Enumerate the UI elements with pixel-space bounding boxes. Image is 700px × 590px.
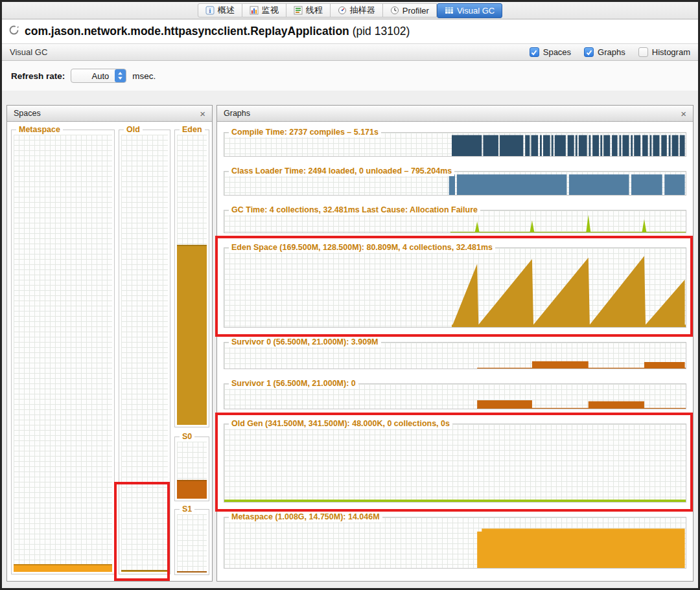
compile-time-graph: Compile Time: 2737 compiles – 5.171s [224, 132, 686, 157]
eden-space-column: Eden [174, 130, 209, 427]
tab-sampler[interactable]: 抽样器 [331, 3, 383, 17]
tab-label: 概述 [218, 5, 235, 16]
graphs-panel: Graphs × Compile Time: 2737 compiles – 5… [216, 105, 694, 582]
sampler-icon [338, 6, 347, 15]
visualgc-toolbar-label: Visual GC [10, 47, 47, 57]
graph-title: Survivor 1 (56.500M, 21.000M): 0 [229, 379, 358, 389]
graph-title: Eden Space (169.500M, 128.500M): 80.809M… [229, 243, 495, 253]
svg-text:i: i [209, 7, 211, 14]
checkbox-icon [584, 47, 594, 57]
checkbox-label: Histogram [652, 47, 690, 57]
metaspace-space-plot [14, 135, 112, 572]
graph-title: Survivor 0 (56.500M, 21.000M): 3.909M [229, 337, 381, 347]
application-title-bar: com.jason.network.mode.httpasyncclient.R… [2, 19, 698, 43]
metaspace-graph: Metaspace (1.008G, 14.750M): 14.046M [224, 517, 686, 569]
histogram-checkbox[interactable]: Histogram [638, 47, 690, 57]
tab-label: Profiler [402, 6, 429, 16]
tab-label: 抽样器 [350, 5, 375, 16]
graphs-checkbox[interactable]: Graphs [584, 47, 625, 57]
tab-strip: i 概述 监视 线程 抽样器 [198, 3, 502, 18]
visualvm-window: i 概述 监视 线程 抽样器 [2, 2, 698, 588]
tab-bar: i 概述 监视 线程 抽样器 [2, 2, 698, 19]
profiler-icon [390, 6, 399, 15]
tab-monitor[interactable]: 监视 [242, 3, 286, 17]
tab-visual-gc[interactable]: Visual GC [437, 3, 502, 18]
survivor1-space-column: S1 [174, 509, 209, 575]
old-space-plot [121, 135, 168, 572]
space-column-label: Eden [180, 125, 205, 135]
tab-profiler[interactable]: Profiler [383, 3, 437, 17]
old-gen-plot [224, 424, 686, 502]
checkbox-label: Spaces [543, 47, 571, 57]
refresh-rate-select[interactable]: Auto [71, 69, 126, 83]
metaspace-plot-graph [224, 517, 686, 568]
survivor0-graph: Survivor 0 (56.500M, 21.000M): 3.909M [224, 342, 686, 369]
visualgc-toolbar: Visual GC Spaces Graphs Histogram [2, 43, 698, 61]
spaces-panel-title: Spaces [14, 109, 41, 118]
graph-title: Class Loader Time: 2494 loaded, 0 unload… [229, 166, 454, 176]
checkbox-icon [638, 47, 648, 57]
eden-space-plot-graph [224, 248, 686, 327]
old-gen-graph: Old Gen (341.500M, 341.500M): 48.000K, 0… [224, 424, 686, 503]
space-column-label: Old [124, 125, 143, 135]
close-icon[interactable]: × [681, 109, 686, 119]
eden-space-plot [177, 135, 207, 425]
tab-label: 监视 [262, 5, 279, 16]
view-checkbox-group: Spaces Graphs Histogram [530, 47, 690, 57]
graph-title: Compile Time: 2737 compiles – 5.171s [229, 128, 381, 137]
visualgc-icon [445, 6, 454, 15]
space-column-label: Metaspace [16, 125, 63, 135]
checkbox-label: Graphs [598, 47, 625, 57]
gc-time-graph: GC Time: 4 collections, 32.481ms Last Ca… [224, 210, 686, 233]
graphs-panel-header: Graphs × [217, 106, 693, 122]
dropdown-stepper-icon [115, 69, 126, 82]
graph-title: GC Time: 4 collections, 32.481ms Last Ca… [229, 205, 480, 215]
threads-icon [294, 6, 303, 15]
survivor1-graph: Survivor 1 (56.500M, 21.000M): 0 [224, 383, 686, 409]
graph-title: Metaspace (1.008G, 14.750M): 14.046M [229, 512, 382, 522]
app-spinner-icon [8, 25, 19, 38]
page-title: com.jason.network.mode.httpasyncclient.R… [25, 25, 410, 38]
eden-fill-bar [177, 245, 207, 425]
spaces-panel: Spaces × Metaspace Old Eden S0 S1 [6, 105, 213, 582]
old-space-column: Old [119, 130, 170, 574]
survivor0-space-plot [177, 442, 207, 499]
tab-label: Visual GC [457, 6, 495, 16]
survivor1-fill-bar [177, 571, 207, 573]
metaspace-fill-bar [14, 564, 112, 572]
metaspace-space-column: Metaspace [11, 130, 115, 574]
survivor0-fill-bar [177, 480, 207, 499]
checkbox-icon [530, 47, 539, 57]
survivor0-space-column: S0 [174, 437, 209, 501]
graph-title: Old Gen (341.500M, 341.500M): 48.000K, 0… [229, 419, 452, 429]
app-class-name: com.jason.network.mode.httpasyncclient.R… [25, 25, 349, 38]
refresh-rate-row: Refresh rate: Auto msec. [2, 61, 698, 91]
tab-label: 线程 [306, 5, 323, 16]
old-fill-bar [121, 570, 168, 572]
graphs-panel-body: Compile Time: 2737 compiles – 5.171s Cla… [217, 122, 693, 581]
spaces-checkbox[interactable]: Spaces [530, 47, 571, 57]
refresh-rate-label: Refresh rate: [11, 71, 65, 81]
refresh-rate-unit: msec. [132, 71, 156, 81]
app-pid: (pid 13102) [353, 25, 410, 38]
class-loader-time-graph: Class Loader Time: 2494 loaded, 0 unload… [224, 171, 686, 196]
space-column-label: S1 [180, 505, 194, 514]
eden-space-graph: Eden Space (169.500M, 128.500M): 80.809M… [224, 247, 686, 328]
close-icon[interactable]: × [200, 109, 205, 119]
overview-icon: i [205, 6, 215, 15]
graphs-panel-title: Graphs [224, 109, 250, 118]
tab-threads[interactable]: 线程 [286, 3, 331, 17]
screenshot-frame: i 概述 监视 线程 抽样器 [0, 0, 700, 590]
survivor1-space-plot [177, 514, 207, 573]
monitor-icon [250, 6, 259, 15]
spaces-panel-header: Spaces × [7, 106, 212, 122]
space-column-label: S0 [180, 432, 194, 442]
spaces-panel-body: Metaspace Old Eden S0 S1 [7, 122, 212, 581]
tab-overview[interactable]: i 概述 [198, 3, 242, 17]
